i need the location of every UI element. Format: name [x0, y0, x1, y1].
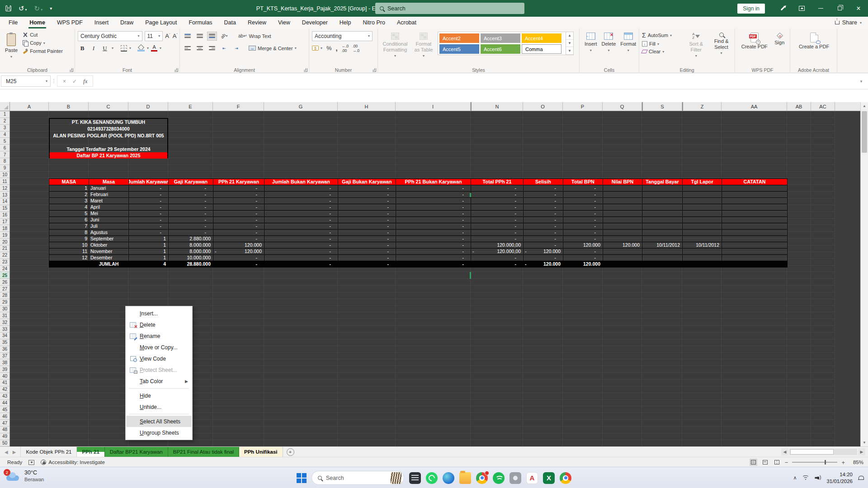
cell-g[interactable]: -	[264, 217, 338, 223]
table-header-aa[interactable]: CATATAN	[722, 179, 788, 185]
format-cells-button[interactable]: Format▾	[618, 31, 638, 54]
cell-f[interactable]: -	[213, 192, 264, 198]
align-center-button[interactable]	[195, 44, 205, 53]
cell-masa-no[interactable]: 6	[49, 217, 89, 223]
row-header-36[interactable]: 36	[0, 346, 9, 353]
context-menu-item-tab-color[interactable]: Tab Color▶	[126, 375, 192, 387]
create-a-pdf-button[interactable]: Create a PDF	[797, 31, 831, 52]
tab-insert[interactable]: Insert	[89, 17, 114, 28]
tab-home[interactable]: Home	[24, 17, 51, 28]
cell-i[interactable]: -	[396, 217, 471, 223]
cell-masa-name[interactable]: Januari	[89, 185, 129, 192]
percent-style-button[interactable]: %	[326, 45, 332, 52]
zoom-slider[interactable]	[792, 462, 837, 463]
cell-aa[interactable]	[722, 198, 788, 204]
column-header-AB[interactable]: AB	[787, 102, 811, 111]
cell-masa-name[interactable]: Juni	[89, 217, 129, 223]
cell-e[interactable]: -	[169, 211, 213, 217]
column-header-F[interactable]: F	[213, 102, 264, 111]
underline-options-caret[interactable]: ▾	[112, 46, 113, 50]
zoom-level[interactable]: 85%	[849, 460, 863, 465]
cell-q[interactable]: 120.000	[603, 242, 642, 249]
number-format-select[interactable]: Accounting▾	[312, 31, 373, 41]
cell-d[interactable]: -	[129, 192, 169, 198]
column-header-G[interactable]: G	[264, 102, 338, 111]
row-header-38[interactable]: 38	[0, 359, 9, 366]
cell-o[interactable]: -120.000	[524, 249, 563, 255]
row-header-14[interactable]: 14	[0, 198, 9, 205]
row-header-3[interactable]: 3	[0, 125, 9, 131]
cell-masa-no[interactable]: 4	[49, 204, 89, 211]
cell-p[interactable]: 120.000	[563, 242, 603, 249]
cell-e[interactable]: -	[169, 204, 213, 211]
table-header-f[interactable]: PPh 21 Karyawan	[213, 179, 264, 185]
cell-n[interactable]: -	[471, 217, 524, 223]
table-header-e[interactable]: Gaji Karyawan	[169, 179, 213, 185]
cell-n[interactable]: -	[471, 223, 524, 230]
vertical-scroll-thumb[interactable]	[862, 111, 867, 153]
cell-s[interactable]	[642, 192, 683, 198]
font-color-icon[interactable]: A	[151, 45, 157, 52]
sheet-tab-pph-unifikasi[interactable]: PPh Unifikasi	[239, 447, 283, 457]
row-header-27[interactable]: 27	[0, 286, 9, 292]
row-header-49[interactable]: 49	[0, 433, 9, 440]
row-header-35[interactable]: 35	[0, 339, 9, 346]
sheet-tab-bp21-final-atau-tidak-final[interactable]: BP21 Final Atau tidak final	[168, 447, 239, 457]
notifications-icon[interactable]	[858, 475, 863, 481]
cell-f[interactable]: -	[213, 223, 264, 230]
fill-button[interactable]: ↓Fill▾	[642, 41, 682, 47]
column-header-C[interactable]: C	[89, 102, 128, 111]
increase-decimal-button[interactable]: ←.0.00	[342, 44, 349, 53]
cell-d[interactable]: -	[129, 230, 169, 236]
cell-masa-no[interactable]: 8	[49, 230, 89, 236]
cell-g[interactable]: -	[264, 223, 338, 230]
cell-masa-name[interactable]: Agustus	[89, 230, 129, 236]
column-header-B[interactable]: B	[49, 102, 89, 111]
cell-aa[interactable]	[722, 236, 788, 242]
volume-icon[interactable]	[815, 475, 821, 481]
cell-z[interactable]: 10/11/2012	[683, 242, 722, 249]
cancel-entry-button[interactable]: ×	[63, 78, 66, 84]
gallery-up-button[interactable]: ▲	[566, 32, 573, 40]
cell-e[interactable]: 2.880.000	[169, 236, 213, 242]
underline-button[interactable]: U	[100, 44, 109, 53]
customize-qat-icon[interactable]: ▾	[50, 6, 52, 11]
cell-i[interactable]: -	[396, 198, 471, 204]
cell-g[interactable]: -	[264, 204, 338, 211]
table-header-o[interactable]: Selisih	[524, 179, 563, 185]
row-header-39[interactable]: 39	[0, 366, 9, 373]
cell-n[interactable]: -	[471, 185, 524, 192]
cell-p[interactable]: -	[563, 185, 603, 192]
cell-aa[interactable]	[722, 249, 788, 255]
notepad-icon[interactable]	[409, 472, 421, 484]
row-header-16[interactable]: 16	[0, 212, 9, 219]
cell-masa-no[interactable]: 5	[49, 211, 89, 217]
font-name-select[interactable]: Century Gothic▾	[78, 31, 142, 41]
column-header-E[interactable]: E	[168, 102, 213, 111]
search-box[interactable]: Search	[375, 3, 524, 14]
cell-h[interactable]: -	[338, 223, 396, 230]
cell-d[interactable]: -	[129, 223, 169, 230]
cell-p[interactable]: -	[563, 230, 603, 236]
row-header-10[interactable]: 10	[0, 172, 9, 178]
cell-z[interactable]	[683, 217, 722, 223]
normal-view-button[interactable]	[750, 459, 757, 466]
weather-widget[interactable]: 2 30°C Berawan	[5, 469, 44, 483]
cell-g[interactable]: -	[264, 198, 338, 204]
delete-cells-button[interactable]: Delete▾	[599, 31, 618, 54]
acrobat-icon[interactable]	[526, 472, 538, 484]
orientation-button[interactable]: ab▾	[219, 32, 229, 41]
cell-h[interactable]: -	[338, 242, 396, 249]
cell-total-o[interactable]: -120.000	[524, 261, 563, 267]
table-header-c[interactable]: Masa	[89, 179, 129, 185]
row-header-2[interactable]: 2	[0, 118, 9, 125]
cell-f[interactable]: 120.000	[213, 242, 264, 249]
cell-masa-no[interactable]: 9	[49, 236, 89, 242]
column-header-AC[interactable]: AC	[811, 102, 835, 111]
cell-h[interactable]: -	[338, 255, 396, 261]
cell-h[interactable]: -	[338, 230, 396, 236]
macro-record-icon[interactable]	[28, 460, 34, 465]
row-header-17[interactable]: 17	[0, 219, 9, 225]
tab-draw[interactable]: Draw	[114, 17, 139, 28]
sheet-tab-kode-objek-pph-21[interactable]: Kode Objek PPh 21	[21, 447, 77, 457]
